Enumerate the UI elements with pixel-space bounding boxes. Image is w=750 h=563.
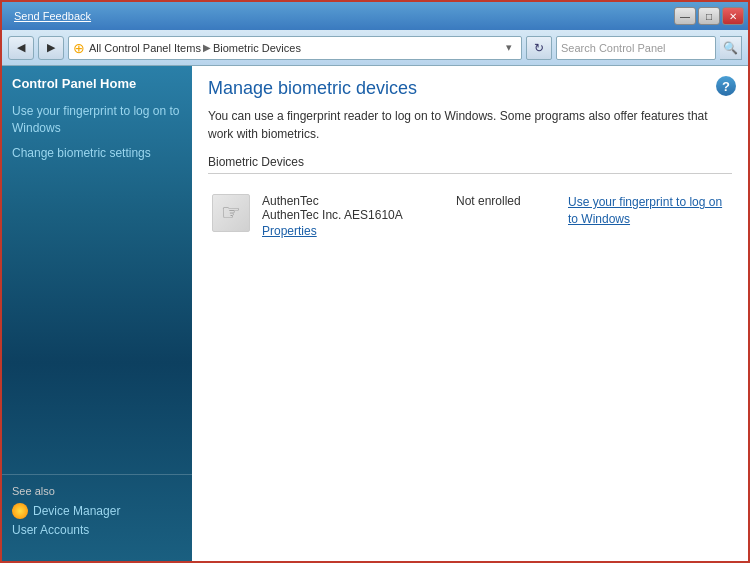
address-bar[interactable]: ⊕ All Control Panel Items ▶ Biometric De… <box>68 36 522 60</box>
minimize-button[interactable]: — <box>674 7 696 25</box>
see-also-device-manager[interactable]: Device Manager <box>12 503 182 519</box>
help-button[interactable]: ? <box>716 76 736 96</box>
address-root: All Control Panel Items <box>89 42 201 54</box>
address-dropdown-button[interactable]: ▾ <box>501 37 517 59</box>
search-button[interactable]: 🔍 <box>720 36 742 60</box>
back-button[interactable]: ◀ <box>8 36 34 60</box>
search-icon: 🔍 <box>723 41 738 55</box>
refresh-button[interactable]: ↻ <box>526 36 552 60</box>
device-properties-link[interactable]: Properties <box>262 224 444 238</box>
window-controls: — □ ✕ <box>674 7 744 25</box>
send-feedback-link[interactable]: Send Feedback <box>14 10 91 22</box>
device-name: AuthenTec <box>262 194 444 208</box>
device-manager-icon <box>12 503 28 519</box>
fingerprint-icon: ☞ <box>221 200 241 226</box>
control-panel-home-link[interactable]: Control Panel Home <box>12 76 182 91</box>
address-chevron-icon: ▶ <box>203 42 211 53</box>
title-bar: Send Feedback — □ ✕ <box>2 2 748 30</box>
main-window: Send Feedback — □ ✕ ◀ ▶ ⊕ All Control Pa… <box>0 0 750 563</box>
content-panel: ? Manage biometric devices You can use a… <box>192 66 748 561</box>
device-info: AuthenTec AuthenTec Inc. AES1610A Proper… <box>262 194 444 238</box>
user-accounts-label: User Accounts <box>12 523 89 537</box>
main-area: Control Panel Home Use your fingerprint … <box>2 66 748 561</box>
see-also-user-accounts[interactable]: User Accounts <box>12 523 182 537</box>
browser-icon: ⊕ <box>73 40 85 56</box>
sidebar-nav: Control Panel Home Use your fingerprint … <box>2 76 192 474</box>
see-also-label: See also <box>12 485 182 497</box>
sidebar: Control Panel Home Use your fingerprint … <box>2 66 192 561</box>
sidebar-link-fingerprint[interactable]: Use your fingerprint to log on to Window… <box>12 103 182 137</box>
sidebar-link-biometric-settings[interactable]: Change biometric settings <box>12 145 182 162</box>
device-status: Not enrolled <box>456 194 556 208</box>
device-row: ☞ AuthenTec AuthenTec Inc. AES1610A Prop… <box>208 188 732 244</box>
biometric-devices-label: Biometric Devices <box>208 155 732 174</box>
search-placeholder-text: Search Control Panel <box>561 42 666 54</box>
page-title: Manage biometric devices <box>208 78 732 99</box>
device-manager-label: Device Manager <box>33 504 120 518</box>
address-child: Biometric Devices <box>213 42 301 54</box>
close-button[interactable]: ✕ <box>722 7 744 25</box>
device-thumbnail: ☞ <box>212 194 250 232</box>
page-description: You can use a fingerprint reader to log … <box>208 107 732 143</box>
maximize-button[interactable]: □ <box>698 7 720 25</box>
device-action-link[interactable]: Use your fingerprint to log on to Window… <box>568 194 728 228</box>
device-maker: AuthenTec Inc. AES1610A <box>262 208 444 222</box>
sidebar-footer: See also Device Manager User Accounts <box>2 474 192 551</box>
device-list: ☞ AuthenTec AuthenTec Inc. AES1610A Prop… <box>208 184 732 248</box>
toolbar: ◀ ▶ ⊕ All Control Panel Items ▶ Biometri… <box>2 30 748 66</box>
search-box[interactable]: Search Control Panel <box>556 36 716 60</box>
address-text: All Control Panel Items ▶ Biometric Devi… <box>89 42 301 54</box>
forward-button[interactable]: ▶ <box>38 36 64 60</box>
